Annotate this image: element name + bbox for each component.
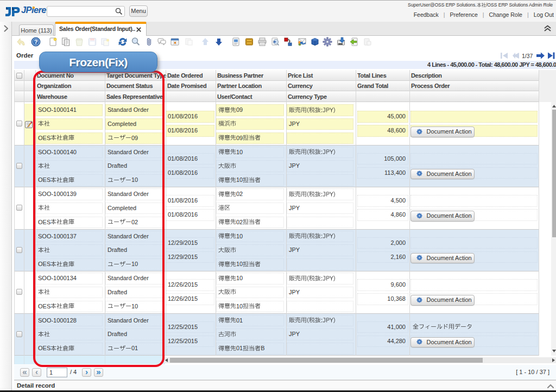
- svg-text:?: ?: [34, 39, 38, 45]
